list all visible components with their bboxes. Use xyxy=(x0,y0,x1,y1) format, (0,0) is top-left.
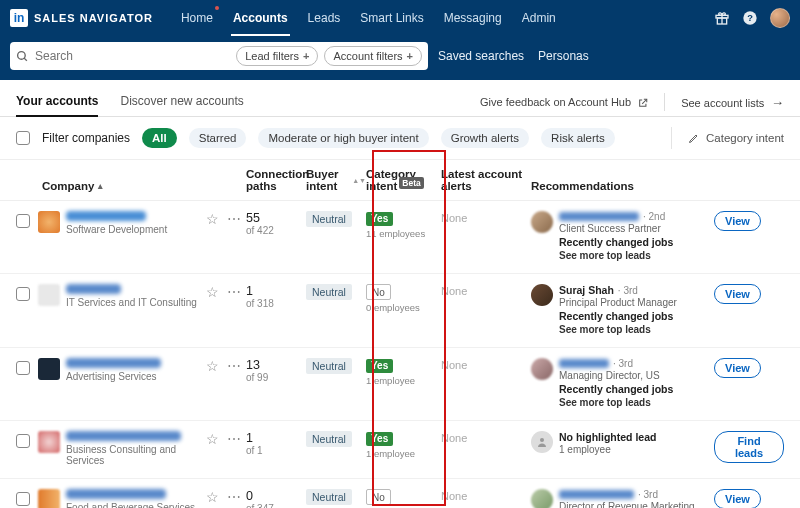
lead-degree: · 3rd xyxy=(638,489,658,500)
company-industry: Food and Beverage Services xyxy=(66,502,198,508)
category-intent-action[interactable]: Category intent xyxy=(671,127,784,149)
user-avatar[interactable] xyxy=(770,8,790,28)
chip-moderate-intent[interactable]: Moderate or high buyer intent xyxy=(258,128,428,148)
connection-total: of 318 xyxy=(246,298,306,309)
nav-smart-links[interactable]: Smart Links xyxy=(350,0,433,36)
lead-avatar xyxy=(531,211,553,233)
table-header: Company ▴ Connection paths Buyer intent … xyxy=(0,160,800,201)
lead-filters-button[interactable]: Lead filters+ xyxy=(236,46,318,66)
company-industry: Advertising Services xyxy=(66,371,198,382)
connection-total: of 422 xyxy=(246,225,306,236)
plus-icon: + xyxy=(407,50,413,62)
star-icon[interactable]: ☆ xyxy=(206,358,219,374)
connection-count: 1 xyxy=(246,284,306,298)
chip-growth-alerts[interactable]: Growth alerts xyxy=(441,128,529,148)
company-name-redacted xyxy=(66,358,161,368)
view-button[interactable]: View xyxy=(714,489,761,508)
more-icon[interactable]: ⋯ xyxy=(227,489,240,505)
star-icon[interactable]: ☆ xyxy=(206,284,219,300)
see-more-leads-link[interactable]: See more top leads xyxy=(559,397,714,408)
table-row: Software Development ☆ ⋯ 55 of 422 Neutr… xyxy=(0,201,800,274)
account-filters-button[interactable]: Account filters+ xyxy=(324,46,422,66)
more-icon[interactable]: ⋯ xyxy=(227,211,240,227)
lead-title: Director of Revenue Marketing xyxy=(559,501,714,508)
view-button[interactable]: View xyxy=(714,284,761,304)
alert-value: None xyxy=(441,490,467,502)
lead-name-redacted xyxy=(559,359,609,368)
nav-accounts[interactable]: Accounts xyxy=(223,0,298,36)
header-recommendations: Recommendations xyxy=(531,180,714,192)
nav-home[interactable]: Home xyxy=(171,0,223,36)
alert-value: None xyxy=(441,285,467,297)
select-all-checkbox[interactable] xyxy=(16,131,30,145)
header-company[interactable]: Company ▴ xyxy=(16,180,246,192)
company-logo xyxy=(38,431,60,453)
nav-leads[interactable]: Leads xyxy=(298,0,351,36)
row-checkbox[interactable] xyxy=(16,492,30,506)
help-icon[interactable]: ? xyxy=(742,10,758,26)
more-icon[interactable]: ⋯ xyxy=(227,284,240,300)
nav-messaging[interactable]: Messaging xyxy=(434,0,512,36)
connection-count: 55 xyxy=(246,211,306,225)
sort-asc-icon: ▴ xyxy=(98,181,103,191)
category-intent-badge: No xyxy=(366,489,391,505)
see-account-lists-link[interactable]: See account lists → xyxy=(681,95,784,110)
more-icon[interactable]: ⋯ xyxy=(227,358,240,374)
company-logo xyxy=(38,489,60,508)
header-latest-alerts: Latest account alerts xyxy=(441,168,531,192)
search-icon xyxy=(16,50,29,63)
row-checkbox[interactable] xyxy=(16,287,30,301)
table-row: Business Consulting and Services ☆⋯ 1of … xyxy=(0,421,800,479)
category-intent-badge: Yes xyxy=(366,212,393,226)
no-highlighted-lead: No highlighted lead xyxy=(559,431,714,443)
connection-count: 1 xyxy=(246,431,306,445)
personas-link[interactable]: Personas xyxy=(538,49,589,63)
header-buyer-intent[interactable]: Buyer intent ▲▼ xyxy=(306,168,366,192)
chip-risk-alerts[interactable]: Risk alerts xyxy=(541,128,615,148)
saved-searches-link[interactable]: Saved searches xyxy=(438,49,524,63)
sort-icon: ▲▼ xyxy=(352,178,366,183)
lead-title: Managing Director, US xyxy=(559,370,714,381)
lead-degree: · 2nd xyxy=(643,211,665,222)
pencil-icon xyxy=(688,132,700,144)
star-icon[interactable]: ☆ xyxy=(206,211,219,227)
nav-admin[interactable]: Admin xyxy=(512,0,566,36)
company-logo xyxy=(38,358,60,380)
star-icon[interactable]: ☆ xyxy=(206,489,219,505)
search-input[interactable] xyxy=(35,49,230,63)
view-button[interactable]: View xyxy=(714,358,761,378)
linkedin-logo-icon: in xyxy=(10,9,28,27)
find-leads-button[interactable]: Find leads xyxy=(714,431,784,463)
row-checkbox[interactable] xyxy=(16,434,30,448)
chip-all[interactable]: All xyxy=(142,128,177,148)
category-intent-badge: No xyxy=(366,284,391,300)
view-button[interactable]: View xyxy=(714,211,761,231)
lead-reason: Recently changed jobs xyxy=(559,236,714,248)
buyer-intent-badge: Neutral xyxy=(306,431,352,447)
svg-text:?: ? xyxy=(747,13,753,23)
tab-your-accounts[interactable]: Your accounts xyxy=(16,88,98,116)
search-box[interactable] xyxy=(16,49,230,63)
buyer-intent-badge: Neutral xyxy=(306,284,352,300)
more-icon[interactable]: ⋯ xyxy=(227,431,240,447)
alert-value: None xyxy=(441,432,467,444)
buyer-intent-badge: Neutral xyxy=(306,489,352,505)
search-links: Saved searches Personas xyxy=(438,49,589,63)
row-checkbox[interactable] xyxy=(16,214,30,228)
gift-icon[interactable] xyxy=(714,10,730,26)
lead-name: Suraj Shah xyxy=(559,284,614,296)
lead-avatar xyxy=(531,358,553,380)
filter-companies-label: Filter companies xyxy=(42,131,130,145)
lead-reason: Recently changed jobs xyxy=(559,383,714,395)
alert-value: None xyxy=(441,212,467,224)
connection-total: of 1 xyxy=(246,445,306,456)
tab-discover-accounts[interactable]: Discover new accounts xyxy=(120,88,243,116)
see-more-leads-link[interactable]: See more top leads xyxy=(559,324,714,335)
tabs-right: Give feedback on Account Hub See account… xyxy=(480,93,784,111)
feedback-link[interactable]: Give feedback on Account Hub xyxy=(480,96,648,108)
chip-starred[interactable]: Starred xyxy=(189,128,247,148)
star-icon[interactable]: ☆ xyxy=(206,431,219,447)
category-intent-sub: 0 employees xyxy=(366,302,441,313)
see-more-leads-link[interactable]: See more top leads xyxy=(559,250,714,261)
row-checkbox[interactable] xyxy=(16,361,30,375)
